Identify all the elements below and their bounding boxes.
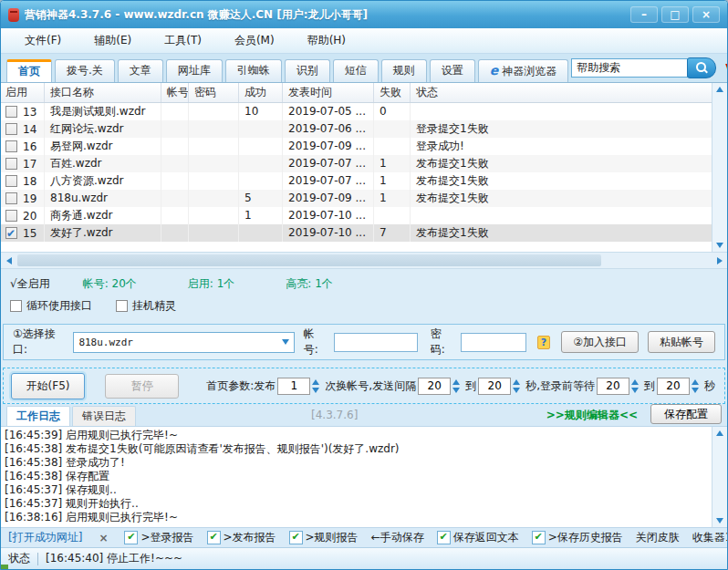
hangup-option[interactable]: 挂机精灵 <box>116 298 176 314</box>
tab-error-log[interactable]: 错误日志 <box>72 406 136 426</box>
save-config-button[interactable]: 保存配置 <box>650 404 722 424</box>
help-icon[interactable] <box>537 336 551 349</box>
header-time[interactable]: 发表时间 <box>283 83 374 102</box>
menu-item-tools[interactable]: 工具(T) <box>148 29 218 52</box>
table-vertical-scrollbar[interactable] <box>712 83 727 252</box>
cell-fail: 7 <box>374 224 411 242</box>
table-row[interactable]: 15 发好了.wzdr 2019-07-10 ... 7 发布提交1失败 <box>1 224 712 242</box>
header-enable[interactable]: 启用 <box>1 83 45 102</box>
search-icon <box>696 62 707 73</box>
table-row[interactable]: 19 818u.wzdr 5 2019-07-09 ... 1 发布提交1失败 <box>1 190 712 207</box>
rule-report-option[interactable]: >规则报告 <box>289 530 359 545</box>
help-search-input[interactable] <box>571 58 688 78</box>
combo-dropdown-button[interactable] <box>277 333 294 352</box>
rule-editor-link[interactable]: >>规则编辑器<< <box>546 408 638 423</box>
table-row[interactable]: 17 百姓.wzdr 2019-07-07 ... 1 发布提交1失败 <box>1 155 712 172</box>
interval-from-stepper[interactable] <box>452 379 460 393</box>
publish-report-option[interactable]: >发布报告 <box>207 530 276 545</box>
header-status[interactable]: 状态 <box>411 83 712 102</box>
interval-from-input[interactable] <box>418 378 451 395</box>
scroll-down-icon[interactable] <box>716 518 723 523</box>
row-checkbox[interactable] <box>5 175 17 187</box>
table-row[interactable]: 13 我是测试规则.wzdr 10 2019-07-05 ... 0 <box>1 103 712 120</box>
tab-sms[interactable]: 短信 <box>333 59 379 82</box>
header-name[interactable]: 接口名称 <box>45 83 161 102</box>
scroll-up-icon[interactable] <box>716 87 723 92</box>
table-row[interactable]: 20 商务通.wzdr 1 2019-07-10 ... <box>1 207 712 224</box>
tab-article[interactable]: 文章 <box>118 59 163 82</box>
tab-url-library[interactable]: 网址库 <box>166 59 223 82</box>
row-checkbox[interactable] <box>5 140 17 152</box>
tab-dial[interactable]: 拨号.关 <box>55 59 115 82</box>
tab-spider[interactable]: 引蜘蛛 <box>225 59 282 82</box>
row-checkbox[interactable] <box>5 106 17 118</box>
scroll-down-icon[interactable] <box>716 243 723 248</box>
titlebar: 营销神器4.3.7.6 - www.wzdr.cn 微赚达人.CN [用户:龙儿… <box>1 1 727 28</box>
search-button[interactable] <box>687 57 716 78</box>
wait-from-stepper[interactable] <box>631 379 639 393</box>
header-fail[interactable]: 失败 <box>374 83 411 102</box>
menu-item-assist[interactable]: 辅助(E) <box>78 29 148 52</box>
header-account[interactable]: 帐号 <box>161 83 189 102</box>
tabbar: 首页 拨号.关 文章 网址库 引蜘蛛 识别 短信 规则 设置 神器浏览器 VIP… <box>1 54 727 83</box>
join-interface-button[interactable]: ②加入接口 <box>561 331 639 353</box>
tab-recognize[interactable]: 识别 <box>285 59 330 82</box>
publish-count-stepper[interactable] <box>312 379 319 393</box>
row-checkbox[interactable] <box>5 192 17 204</box>
close-skin-link[interactable]: 关闭皮肤 <box>636 530 680 545</box>
table-horizontal-scrollbar[interactable] <box>1 253 727 269</box>
save-history-report-option[interactable]: >保存历史报告 <box>532 530 623 545</box>
menu-item-member[interactable]: 会员(M) <box>218 29 291 52</box>
close-button[interactable]: × <box>692 6 720 23</box>
paste-account-button[interactable]: 粘贴帐号 <box>648 331 715 353</box>
interval-to-input[interactable] <box>478 378 511 395</box>
header-success[interactable]: 成功 <box>239 83 283 102</box>
log-vertical-scrollbar[interactable] <box>712 427 727 527</box>
manual-save-link[interactable]: ←手动保存 <box>371 530 424 545</box>
loop-checkbox[interactable] <box>10 300 22 312</box>
start-button[interactable]: 开始(F5) <box>11 373 85 399</box>
tab-browser[interactable]: 神器浏览器 <box>478 59 569 82</box>
row-checkbox[interactable] <box>5 158 17 170</box>
clear-button[interactable]: × <box>95 532 111 544</box>
collector-file-link[interactable]: 收集器1.txt <box>692 530 728 545</box>
cell-status <box>411 103 712 120</box>
password-input[interactable] <box>461 333 526 352</box>
loop-interface-option[interactable]: 循环使用接口 <box>10 298 92 314</box>
tab-work-log[interactable]: 工作日志 <box>6 406 70 426</box>
publish-count-input[interactable] <box>277 378 310 395</box>
pause-button[interactable]: 暂停 <box>105 374 179 399</box>
hangup-checkbox[interactable] <box>116 300 128 312</box>
row-checkbox[interactable] <box>5 123 17 135</box>
save-return-text-option[interactable]: 保存返回文本 <box>437 530 519 545</box>
tab-home[interactable]: 首页 <box>6 59 52 82</box>
menu-item-help[interactable]: 帮助(H) <box>291 29 362 52</box>
open-success-urls-link[interactable]: [打开成功网址] <box>8 530 82 545</box>
wait-to-input[interactable] <box>657 378 690 395</box>
minimize-button[interactable]: – <box>630 6 658 23</box>
row-checkbox[interactable] <box>5 227 17 239</box>
maximize-button[interactable]: □ <box>661 6 689 23</box>
row-checkbox[interactable] <box>5 210 17 222</box>
interval-to-stepper[interactable] <box>513 379 520 393</box>
log-line: [16:45:37] 保存规则.. <box>5 483 711 497</box>
menu-item-file[interactable]: 文件(F) <box>8 29 78 52</box>
interface-select[interactable]: 818u.wzdr <box>73 332 294 353</box>
table-row[interactable]: 18 八方资源.wzdr 2019-07-07 ... 1 发布提交1失败 <box>1 172 712 190</box>
login-report-option[interactable]: >登录报告 <box>124 530 193 545</box>
table-row[interactable]: 14 红网论坛.wzdr 2019-07-06 ... 登录提交1失败 <box>1 120 712 138</box>
wait-to-stepper[interactable] <box>692 379 699 393</box>
cell-status: 发布提交1失败 <box>411 172 712 190</box>
table-row[interactable]: 16 易登网.wzdr 2019-07-09 ... 登录成功! <box>1 138 712 155</box>
wait-from-input[interactable] <box>597 378 629 395</box>
hscroll-thumb[interactable] <box>17 254 601 266</box>
scroll-up-icon[interactable] <box>716 430 723 436</box>
work-log-area[interactable]: [16:45:39] 启用规则已执行完毕!~ [16:45:38] 发布提交1失… <box>1 427 727 527</box>
tab-settings[interactable]: 设置 <box>430 59 475 82</box>
header-password[interactable]: 密码 <box>189 83 239 102</box>
select-all-toggle[interactable]: √全启用 <box>10 276 50 292</box>
scroll-left-button[interactable] <box>1 253 16 268</box>
scroll-right-button[interactable] <box>712 253 727 268</box>
account-input[interactable] <box>334 333 418 352</box>
tab-rules[interactable]: 规则 <box>381 59 427 82</box>
